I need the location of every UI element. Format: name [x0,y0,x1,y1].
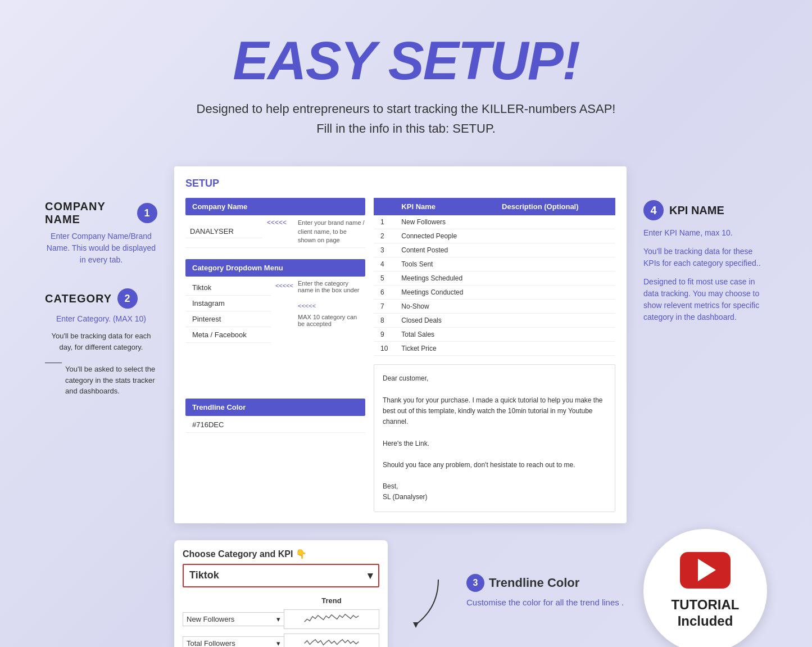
kpi-name: No-Show [394,300,495,314]
msg-line6: SL (Danalyser) [383,492,606,503]
kpi-num: 8 [374,314,394,328]
kpi-num: 5 [374,272,394,286]
kpi-desc [495,314,615,328]
kpi-num: 4 [374,257,394,272]
category-dropdown[interactable]: Tiktok ▾ [183,564,379,587]
right-annotations: 4 KPI NAME Enter KPI Name, max 10. You'l… [643,166,767,523]
company-note: Enter your brand name / client name, to … [298,219,365,245]
kpi-name-desc2: You'll be tracking data for these KPIs f… [643,246,767,269]
kpi-row-label-2: Total Followers ▾ [183,636,284,647]
kpi-name-annotation: 4 KPI NAME [643,200,767,220]
company-arrow: <<<<< [267,219,287,227]
trend-header: Trend [284,594,379,607]
kpi-col-name: KPI Name [394,198,495,215]
kpi-trend-2 [284,634,379,647]
sheet-inner: Company Name DANALYSER <<<<< Enter your … [185,198,615,512]
spreadsheet: SETUP Company Name DANALYSER <<<<< Enter… [174,166,627,523]
trend-svg-1 [285,611,378,627]
kpi-desc [495,300,615,314]
annotation-company: COMPANY NAME 1 Enter Company Name/Brand … [45,200,157,266]
category-selected-value: Tiktok [189,569,219,581]
badge-4: 4 [643,200,664,220]
kpi-num: 3 [374,243,394,257]
company-name-value: DANALYSER [185,225,262,238]
tutorial-text: TUTORIAL Included [672,597,740,630]
trendline-header: Trendline Color [185,399,365,416]
kpi-trend-1 [284,609,379,629]
dashboard-preview: Choose Category and KPI 👇 Tiktok ▾ Trend… [174,540,388,647]
kpi-table-row: 10Ticket Price [374,342,615,356]
trend-svg-2 [285,635,378,647]
kpi-num: 9 [374,328,394,342]
trendline-value: #716DEC [185,417,365,433]
msg-line2: Thank you for your purchase. I made a qu… [383,395,606,428]
kpi-label-text-1: New Followers [187,615,234,623]
svg-marker-0 [413,622,419,628]
page-title: EASY SETUP! [45,34,767,88]
kpi-label-arrow-1: ▾ [276,615,280,623]
cat-instagram: Instagram [185,296,271,311]
page-subtitle: Designed to help entrepreneurs to start … [45,99,767,138]
cat-arrow2: <<<<< [298,302,365,309]
kpi-name: Meetings Conducted [394,286,495,300]
sheet-title: SETUP [185,178,615,189]
connector-arrow [405,574,450,630]
kpi-desc [495,328,615,342]
arrow-area [405,540,450,632]
kpi-name: Meetings Scheduled [394,272,495,286]
kpi-name-desc3: Designed to fit most use case in data tr… [643,276,767,323]
trendline-section: Trendline Color #716DEC [185,399,365,433]
message-box: Dear customer, Thank you for your purcha… [374,364,615,512]
line-bullet [45,363,62,363]
kpi-num: 7 [374,300,394,314]
kpi-table-row: 6Meetings Conducted [374,286,615,300]
category-header: Category Dropdown Menu [185,259,365,277]
annotation-category: CATEGORY 2 Enter Category. (MAX 10) You'… [45,288,157,397]
kpi-desc [495,243,615,257]
kpi-name: Connected People [394,229,495,243]
kpi-table-row: 5Meetings Scheduled [374,272,615,286]
kpi-name: New Followers [394,215,495,229]
kpi-name: Tools Sent [394,257,495,272]
tutorial-badge: TUTORIAL Included [643,529,767,647]
cat-tiktok: Tiktok [185,280,271,296]
kpi-name-title: KPI NAME [669,204,724,217]
kpi-row-label-1: New Followers ▾ [183,612,284,626]
kpi-label-arrow-2: ▾ [276,639,280,647]
kpi-label-text-2: Total Followers [187,639,235,647]
sheet-right-col: KPI Name Description (Optional) 1New Fol… [374,198,615,512]
trendline-title: 3 Trendline Color [466,574,624,592]
kpi-name: Content Posted [394,243,495,257]
cat-note2: MAX 10 category can be accepted [298,314,365,327]
kpi-row-1: New Followers ▾ [183,609,379,629]
badge-2: 2 [117,288,138,309]
dropdown-arrow: ▾ [368,569,373,582]
kpi-desc [495,272,615,286]
main-container: EASY SETUP! Designed to help entrepreneu… [0,0,812,647]
trendline-annotation-desc: Customise the color for all the trend li… [466,596,624,609]
cat-note1: Enter the category name in the box under [298,280,365,293]
youtube-play-icon [698,559,716,581]
content-area: COMPANY NAME 1 Enter Company Name/Brand … [45,166,767,523]
left-annotations: COMPANY NAME 1 Enter Company Name/Brand … [45,166,157,523]
kpi-table-row: 3Content Posted [374,243,615,257]
kpi-num: 2 [374,229,394,243]
cat-pinterest: Pinterest [185,311,271,327]
dashboard-label: Choose Category and KPI 👇 [183,549,379,559]
company-name-desc: Enter Company Name/Brand Name. This woul… [45,230,157,266]
cat-arrow1: <<<<< [275,282,293,289]
kpi-name-desc1: Enter KPI Name, max 10. [643,227,767,239]
kpi-table-row: 8Closed Deals [374,314,615,328]
kpi-desc [495,342,615,356]
bottom-area: Choose Category and KPI 👇 Tiktok ▾ Trend… [45,540,767,647]
kpi-table-row: 7No-Show [374,300,615,314]
cat-facebook: Meta / Facebook [185,327,271,343]
kpi-col-desc: Description (Optional) [495,198,615,215]
kpi-desc [495,215,615,229]
company-name-header: Company Name [185,198,365,215]
kpi-table: KPI Name Description (Optional) 1New Fol… [374,198,615,356]
company-name-label: COMPANY NAME 1 [45,200,157,226]
kpi-desc [495,229,615,243]
category-label: CATEGORY 2 [45,288,157,309]
category-desc2: You'll be tracking data for each day, fo… [45,331,157,352]
